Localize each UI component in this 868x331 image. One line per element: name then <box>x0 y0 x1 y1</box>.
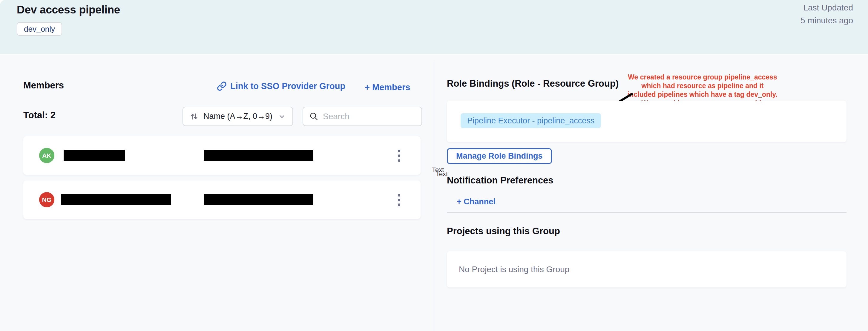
annotation-line: included pipelines which have a tag dev_… <box>619 90 786 99</box>
search-input[interactable] <box>323 112 415 121</box>
member-name-redacted <box>64 150 125 161</box>
chevron-down-icon <box>278 113 286 120</box>
group-tag-label: dev_only <box>24 25 55 34</box>
sort-arrows-icon <box>190 112 198 121</box>
projects-empty-card: No Project is using this Group <box>447 251 846 288</box>
role-bindings-card: Pipeline Executor - pipeline_access <box>447 101 846 142</box>
page-header: Dev access pipeline dev_only Last Update… <box>0 0 868 54</box>
add-members-button[interactable]: + Members <box>365 83 410 92</box>
avatar: AK <box>39 148 54 163</box>
member-options-menu-button[interactable] <box>393 147 406 164</box>
last-updated: Last Updated 5 minutes ago <box>801 1 853 27</box>
section-divider <box>447 212 846 213</box>
sort-dropdown[interactable]: Name (A→Z, 0→9) <box>183 107 293 126</box>
members-heading: Members <box>23 80 64 91</box>
link-icon <box>217 81 227 91</box>
page-title: Dev access pipeline <box>17 4 120 16</box>
last-updated-value: 5 minutes ago <box>801 14 853 27</box>
avatar: NG <box>39 192 54 207</box>
member-email-redacted <box>204 150 313 161</box>
search-icon <box>309 112 319 121</box>
annotation-line: We created a resource group pipeline_acc… <box>619 73 786 82</box>
stray-text-note: Text <box>436 170 448 178</box>
role-binding-chip: Pipeline Executor - pipeline_access <box>461 113 601 128</box>
member-row: NG <box>23 180 421 219</box>
sort-dropdown-label: Name (A→Z, 0→9) <box>204 112 272 121</box>
link-to-sso-provider-group-button[interactable]: Link to SSO Provider Group <box>217 81 345 91</box>
member-row: AK <box>23 136 421 175</box>
last-updated-label: Last Updated <box>801 1 853 14</box>
projects-heading: Projects using this Group <box>447 226 560 237</box>
member-name-redacted <box>61 194 171 205</box>
add-channel-button[interactable]: + Channel <box>457 197 496 206</box>
sso-link-label: Link to SSO Provider Group <box>230 81 345 91</box>
role-bindings-heading: Role Bindings (Role - Resource Group) <box>447 78 619 89</box>
projects-empty-message: No Project is using this Group <box>459 265 569 274</box>
annotation-line: which had resource as pipeline and it <box>619 82 786 90</box>
user-group-detail-page: Dev access pipeline dev_only Last Update… <box>0 0 868 331</box>
member-options-menu-button[interactable] <box>393 191 406 209</box>
search-field <box>303 107 422 126</box>
notification-preferences-heading: Notification Preferences <box>447 175 554 186</box>
members-total-count: Total: 2 <box>23 110 56 121</box>
manage-role-bindings-button[interactable]: Manage Role Bindings <box>447 148 552 164</box>
group-tag: dev_only <box>17 22 62 36</box>
member-email-redacted <box>204 194 313 205</box>
column-divider <box>434 62 434 331</box>
